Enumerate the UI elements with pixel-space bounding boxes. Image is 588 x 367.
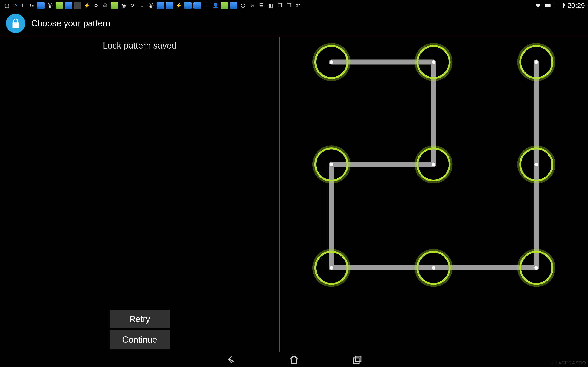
svg-rect-35 [553, 361, 556, 365]
person-icon: 👤 [212, 2, 219, 9]
app-icon-5 [111, 2, 118, 9]
navigation-bar [0, 352, 588, 367]
page-title: Choose your pattern [31, 19, 110, 28]
right-pane [280, 37, 588, 352]
retry-button[interactable]: Retry [110, 310, 170, 328]
skull-icon: ☠ [102, 2, 109, 9]
svg-rect-4 [549, 5, 550, 5]
pages-icon-2: ❐ [285, 2, 293, 9]
recent-apps-button[interactable] [351, 353, 364, 366]
disc-icon: ◉ [120, 2, 127, 9]
store-icon: 🛍 [294, 2, 302, 9]
slashes-icon-2: ⚡ [175, 2, 182, 9]
svg-point-8 [330, 60, 333, 64]
svg-point-14 [535, 60, 538, 64]
svg-point-32 [535, 266, 538, 270]
pages-icon-1: ❐ [276, 2, 284, 9]
app-header: Choose your pattern [0, 11, 588, 36]
app-icon-4 [74, 2, 81, 9]
header-separator [0, 36, 588, 36]
battery-icon [554, 2, 564, 8]
e-circle-icon-2: Ⓔ [147, 2, 155, 9]
main-content: Lock pattern saved Retry Continue [0, 37, 588, 352]
watermark-text: ACERASOO [558, 360, 586, 366]
svg-point-17 [330, 163, 333, 166]
svg-rect-3 [548, 5, 548, 5]
keyboard-icon [544, 2, 552, 9]
refresh-icon: ⟳ [129, 2, 137, 9]
watermark: ACERASOO [552, 360, 586, 366]
svg-point-23 [535, 163, 538, 166]
svg-rect-1 [546, 5, 546, 5]
app-icon-3 [65, 2, 72, 9]
facebook-icon: f [19, 2, 26, 9]
home-button[interactable] [288, 353, 300, 366]
back-button[interactable] [224, 353, 237, 366]
svg-rect-0 [545, 4, 550, 7]
download-icon-1: ↓ [138, 2, 146, 9]
status-bar: ▢1ºfGⒺ⚡☻☠◉⟳↓Ⓔ⚡↓👤⏻∞☰◧❐❐🛍 20:29 [0, 0, 588, 11]
mask-icon: ☻ [92, 2, 100, 9]
svg-rect-33 [354, 358, 359, 363]
pattern-svg [280, 37, 588, 352]
power-icon: ⏻ [239, 2, 247, 9]
app-icon-10 [221, 2, 228, 9]
app-icon-11 [230, 2, 237, 9]
app-icon-1 [37, 2, 44, 9]
status-bar-right: 20:29 [535, 2, 585, 9]
weather-temperature: 1º [12, 2, 17, 8]
left-pane: Lock pattern saved Retry Continue [0, 37, 279, 352]
app-icon-9 [193, 2, 201, 9]
android-icon: ◧ [267, 2, 274, 9]
svg-point-26 [330, 266, 333, 270]
app-icon-2 [56, 2, 63, 9]
app-icon-7 [166, 2, 173, 9]
screenshot-icon: ▢ [3, 2, 10, 9]
svg-rect-5 [546, 6, 549, 6]
svg-rect-34 [355, 356, 361, 361]
slashes-icon-1: ⚡ [83, 2, 90, 9]
continue-button[interactable]: Continue [110, 330, 170, 349]
stack-icon: ☰ [258, 2, 265, 9]
status-bar-left: ▢1ºfGⒺ⚡☻☠◉⟳↓Ⓔ⚡↓👤⏻∞☰◧❐❐🛍 [3, 2, 535, 9]
lock-icon [6, 14, 25, 33]
glasses-icon: ∞ [249, 2, 256, 9]
status-clock: 20:29 [568, 2, 585, 9]
gameloft-icon: G [28, 2, 35, 9]
svg-point-20 [432, 163, 435, 166]
pattern-lock-area[interactable] [280, 37, 588, 352]
e-circle-icon: Ⓔ [46, 2, 54, 9]
download-icon-2: ↓ [203, 2, 210, 9]
pattern-status-text: Lock pattern saved [0, 37, 279, 51]
svg-rect-2 [547, 5, 547, 5]
action-buttons: Retry Continue [110, 310, 170, 349]
svg-point-11 [432, 60, 435, 64]
wifi-icon [535, 2, 542, 9]
app-icon-8 [184, 2, 191, 9]
app-icon-6 [157, 2, 164, 9]
svg-point-29 [432, 266, 435, 270]
